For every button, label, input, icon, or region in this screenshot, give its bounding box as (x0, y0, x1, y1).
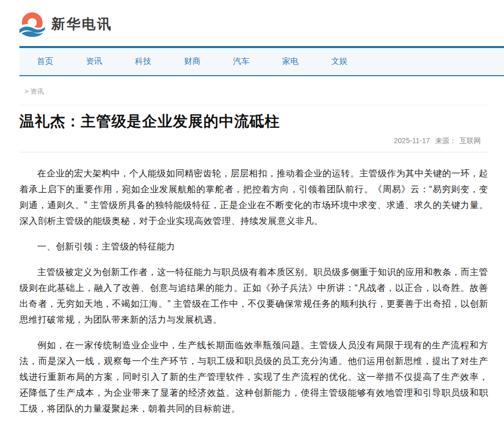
nav-item-entertainment[interactable]: 文娱 (315, 56, 364, 67)
nav-item-finance[interactable]: 财商 (168, 56, 217, 67)
brand-name: 新华电讯 (51, 15, 112, 33)
article-title: 温礼杰：主管级是企业发展的中流砥柱 (19, 110, 488, 132)
breadcrumb-separator: > (25, 87, 29, 95)
article-meta: 2025-11-17 来源：互联网 (19, 137, 488, 146)
nav-item-news[interactable]: 资讯 (70, 56, 119, 67)
breadcrumb-link-news[interactable]: 资讯 (30, 87, 43, 95)
site-header: 新华电讯 (0, 0, 504, 46)
nav-item-auto[interactable]: 汽车 (217, 56, 266, 67)
article-paragraph: 主管级被定义为创新工作者，这一特征能力与职员级有着本质区别。职员级多侧重于知识的… (19, 264, 488, 328)
right-edge-sidebar-slivers (499, 0, 504, 429)
brand-logo[interactable]: 新华电讯 (19, 11, 132, 37)
main-nav: 首页 资讯 科技 财商 汽车 家电 文娱 (19, 46, 504, 76)
nav-item-appliance[interactable]: 家电 (266, 56, 315, 67)
nav-item-tech[interactable]: 科技 (119, 56, 168, 67)
nav-item-home[interactable]: 首页 (20, 56, 70, 67)
article-body: 在企业的宏大架构中，个人能级如同精密齿轮，层层相扣，推动着企业的运转。主管级作为… (19, 152, 488, 417)
sun-wave-logo-icon (19, 11, 45, 37)
article-section-heading: 一、创新引领：主管级的特征能力 (19, 239, 488, 255)
article-date: 2025-11-17 (394, 137, 430, 145)
article-source-label: 来源： (435, 137, 456, 145)
article-paragraph: 例如，在一家传统制造业企业中，生产线长期面临效率瓶颈问题。主管级人员没有局限于现… (19, 337, 488, 417)
article-paragraph: 在企业的宏大架构中，个人能级如同精密齿轮，层层相扣，推动着企业的运转。主管级作为… (19, 166, 488, 229)
article: 温礼杰：主管级是企业发展的中流砥柱 2025-11-17 来源：互联网 在企业的… (19, 105, 488, 417)
breadcrumb: > 资讯 (25, 87, 504, 96)
article-source: 互联网 (460, 137, 481, 145)
